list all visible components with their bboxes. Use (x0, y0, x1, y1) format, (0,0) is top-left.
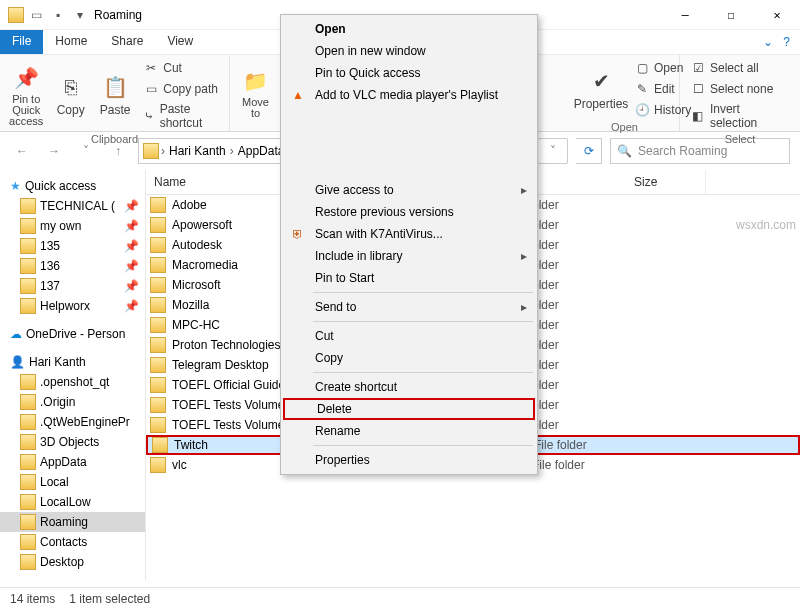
ctx-copy[interactable]: Copy (283, 347, 535, 369)
sidebar-item[interactable]: Helpworx📌 (0, 296, 145, 316)
copy-button[interactable]: ⎘Copy (52, 59, 88, 131)
pin-quick-access-button[interactable]: 📌Pin to Quick access (8, 59, 44, 131)
tab-home[interactable]: Home (43, 30, 99, 54)
sidebar-item-label: .Origin (40, 395, 75, 409)
paste-button[interactable]: 📋Paste (97, 59, 133, 131)
ctx-give-access[interactable]: Give access to (283, 179, 535, 201)
bc-appdata[interactable]: AppData (236, 144, 287, 158)
sidebar-item[interactable]: .openshot_qt (0, 372, 145, 392)
qat-new-icon[interactable]: ▪ (50, 7, 66, 23)
open-icon: ▢ (634, 60, 650, 76)
move-to-button[interactable]: 📁Move to (238, 59, 273, 127)
collapse-ribbon-icon[interactable]: ⌄ (763, 35, 773, 49)
ctx-separator (313, 372, 533, 373)
selectnone-icon: ☐ (690, 81, 706, 97)
sidebar-item[interactable]: Local (0, 472, 145, 492)
selectall-label: Select all (710, 61, 759, 75)
cut-button[interactable]: ✂Cut (141, 59, 221, 77)
refresh-button[interactable]: ⟳ (576, 138, 602, 164)
select-none-button[interactable]: ☐Select none (688, 80, 792, 98)
sidebar-item[interactable]: AppData (0, 452, 145, 472)
quick-access-toolbar: ▭ ▪ ▾ (28, 7, 88, 23)
ctx-restore[interactable]: Restore previous versions (283, 201, 535, 223)
open-label: Open (654, 61, 683, 75)
minimize-button[interactable]: — (662, 0, 708, 30)
paste-shortcut-button[interactable]: ⤷Paste shortcut (141, 101, 221, 131)
moveto-label: Move to (238, 97, 273, 119)
ctx-include-library[interactable]: Include in library (283, 245, 535, 267)
sidebar-item[interactable]: Contacts (0, 532, 145, 552)
ctx-send-to[interactable]: Send to (283, 296, 535, 318)
close-button[interactable]: ✕ (754, 0, 800, 30)
sidebar-item-label: 3D Objects (40, 435, 99, 449)
sidebar-user[interactable]: 👤Hari Kanth (0, 352, 145, 372)
ctx-delete[interactable]: Delete (283, 398, 535, 420)
folder-icon (20, 298, 36, 314)
sidebar-item-label: 137 (40, 279, 60, 293)
sidebar-item-label: Contacts (40, 535, 87, 549)
ctx-open[interactable]: Open (283, 18, 535, 40)
select-group-label: Select (688, 131, 792, 145)
pin-icon: 📌 (124, 199, 143, 213)
ctx-new-window[interactable]: Open in new window (283, 40, 535, 62)
copy-label: Copy (57, 103, 85, 117)
sidebar-item[interactable]: TECHNICAL (📌 (0, 196, 145, 216)
folder-icon (20, 278, 36, 294)
sidebar-item-label: .openshot_qt (40, 375, 109, 389)
folder-icon (150, 377, 166, 393)
sidebar-item[interactable]: .QtWebEnginePr (0, 412, 145, 432)
sidebar-onedrive[interactable]: ☁OneDrive - Person (0, 324, 145, 344)
help-icon[interactable]: ? (783, 35, 790, 49)
sidebar-item-label: Roaming (40, 515, 88, 529)
sidebar-item[interactable]: LocalLow (0, 492, 145, 512)
ctx-create-shortcut[interactable]: Create shortcut (283, 376, 535, 398)
ctx-pin-start[interactable]: Pin to Start (283, 267, 535, 289)
pin-icon: 📌 (124, 259, 143, 273)
sidebar-item[interactable]: 135📌 (0, 236, 145, 256)
select-all-button[interactable]: ☑Select all (688, 59, 792, 77)
ctx-properties[interactable]: Properties (283, 449, 535, 471)
properties-label: Properties (574, 97, 629, 111)
ctx-rename[interactable]: Rename (283, 420, 535, 442)
qat-chevron-icon[interactable]: ▾ (72, 7, 88, 23)
col-size[interactable]: Size (626, 170, 706, 194)
ctx-cut[interactable]: Cut (283, 325, 535, 347)
row-type: File folder (534, 438, 634, 452)
ctx-open-label: Open (315, 22, 346, 36)
selectnone-label: Select none (710, 82, 773, 96)
sidebar-quick-access[interactable]: ★Quick access (0, 176, 145, 196)
tab-view[interactable]: View (155, 30, 205, 54)
invert-selection-button[interactable]: ◧Invert selection (688, 101, 792, 131)
row-type: older (532, 198, 632, 212)
bc-user[interactable]: Hari Kanth (167, 144, 228, 158)
ctx-pin-quick[interactable]: Pin to Quick access (283, 62, 535, 84)
sidebar-item[interactable]: 136📌 (0, 256, 145, 276)
nav-sidebar[interactable]: ★Quick access TECHNICAL (📌my own📌135📌136… (0, 170, 146, 580)
folder-icon (150, 337, 166, 353)
folder-icon (20, 394, 36, 410)
ctx-separator (313, 292, 533, 293)
folder-icon (20, 414, 36, 430)
folder-icon (20, 198, 36, 214)
sidebar-item[interactable]: 137📌 (0, 276, 145, 296)
sidebar-item[interactable]: my own📌 (0, 216, 145, 236)
folder-icon (20, 554, 36, 570)
sidebar-item[interactable]: 3D Objects (0, 432, 145, 452)
ctx-scan[interactable]: ⛨Scan with K7AntiVirus... (283, 223, 535, 245)
bc-drop-icon[interactable]: ˅ (538, 138, 568, 164)
ctx-vlc-add[interactable]: ▲Add to VLC media player's Playlist (283, 84, 535, 106)
row-type: older (532, 258, 632, 272)
pin-icon: 📌 (124, 239, 143, 253)
sidebar-item[interactable]: Desktop (0, 552, 145, 572)
sidebar-item[interactable]: Roaming (0, 512, 145, 532)
group-organize: 📁Move to (230, 55, 282, 131)
properties-button[interactable]: ✔Properties (578, 59, 624, 119)
qat-props-icon[interactable]: ▭ (28, 7, 44, 23)
sidebar-item[interactable]: .Origin (0, 392, 145, 412)
group-clipboard: 📌Pin to Quick access ⎘Copy 📋Paste ✂Cut ▭… (0, 55, 230, 131)
tab-file[interactable]: File (0, 30, 43, 54)
copy-path-button[interactable]: ▭Copy path (141, 80, 221, 98)
tab-share[interactable]: Share (99, 30, 155, 54)
maximize-button[interactable]: ☐ (708, 0, 754, 30)
pin-label: Pin to Quick access (8, 94, 44, 127)
